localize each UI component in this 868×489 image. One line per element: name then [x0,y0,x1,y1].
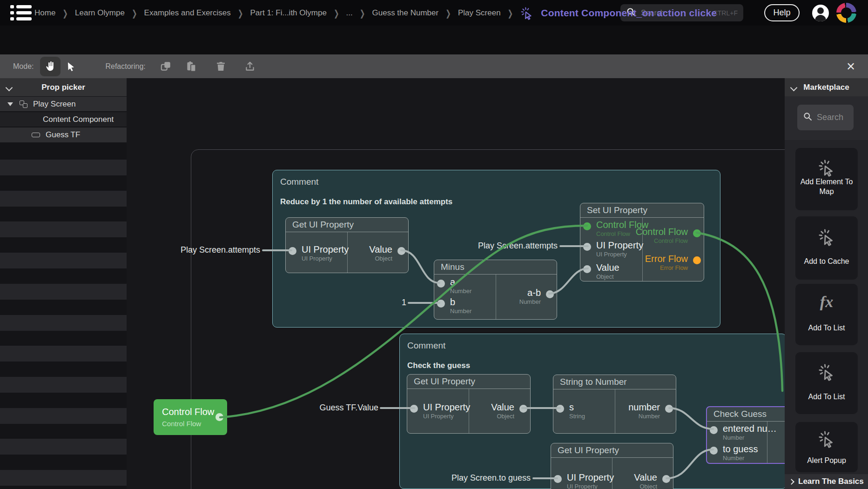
marketplace-item-alert-popup[interactable]: Alert Popup [795,422,858,472]
port-type: String [569,413,585,420]
marketplace-item-label: Add To List [797,392,856,402]
node-set-ui-property[interactable]: Set UI Property Control Flow Control Flo… [580,203,704,281]
fx-icon: fx [795,293,858,311]
output-port-Error-Flow[interactable] [693,256,701,264]
empty-row [0,315,127,331]
port-name: a-b [519,287,541,298]
value-label[interactable]: Guess TF.Value [320,403,378,413]
olympe-logo[interactable] [836,3,856,23]
marketplace-item-add-to-list[interactable]: fx Add To List [795,284,858,345]
node-string-to-number[interactable]: String to Number s String number Number [553,375,676,434]
prop-picker-title: Prop picker [41,83,85,92]
collapse-chevron-icon[interactable] [7,84,12,92]
node-get-ui-property[interactable]: Get UI Property UI Property UI Property … [407,374,531,434]
output-port-Value[interactable] [519,405,527,413]
output-port-number[interactable] [665,405,673,413]
port-name: s [569,402,585,413]
port-type: UI Property [302,255,349,262]
breadcrumb-item[interactable]: ... [346,8,353,18]
empty-row [0,221,127,237]
refactoring-label: Refactoring: [105,62,145,71]
breadcrumb-item[interactable]: Learn Olympe [75,8,125,18]
breadcrumb-separator: ❯ [132,8,137,18]
node-minus[interactable]: Minus a Number b Number a-b Number [434,260,557,320]
value-label[interactable]: Play Screen.attempts [181,245,260,255]
cursor-click-icon [795,228,858,246]
marketplace-item-add-element-to-map[interactable]: Add Element To Map [795,148,858,210]
tree-item-label: Content Component [43,115,114,124]
output-port-Control-Flow[interactable] [693,229,701,237]
mode-label: Mode: [13,62,34,71]
input-port-to-guess[interactable] [710,447,718,455]
user-avatar[interactable] [812,5,829,21]
input-port-a[interactable] [437,280,445,288]
tree-item-guess-tf[interactable]: Guess TF [0,127,127,142]
tree-item-play-screen[interactable]: Play Screen [0,97,127,111]
input-port-b[interactable] [437,300,445,308]
port-name: Value [369,244,392,255]
port-name: entered nu… [723,423,777,434]
delete-button[interactable] [215,60,227,73]
breadcrumb-item[interactable]: Play Screen [458,8,501,18]
port-name: Value [491,402,514,413]
value-label[interactable]: 1 [402,298,406,308]
port-type: Number [723,455,758,462]
input-port-UI-Property[interactable] [289,247,296,255]
node-get-ui-property[interactable]: Get UI Property UI Property UI Property … [551,443,673,489]
close-editor-button[interactable]: × [847,54,855,78]
empty-row [0,377,127,393]
learn-the-basics-bar[interactable]: Learn The Basics [785,474,868,489]
prop-picker-header: Prop picker [0,78,127,96]
help-button[interactable]: Help [764,4,800,21]
marketplace-item-label: Alert Popup [797,456,856,465]
node-get-ui-property[interactable]: Get UI Property UI Property UI Property … [285,217,409,273]
breadcrumb-item[interactable]: Part 1: Fi...ith Olympe [250,8,326,18]
marketplace-search-input[interactable]: Search [797,105,854,130]
pan-mode-button[interactable] [40,57,61,76]
input-port-Control-Flow[interactable] [583,222,591,230]
port-name: UI Property [596,240,643,251]
input-port-UI-Property[interactable] [554,475,562,483]
menu-icon[interactable] [10,5,32,20]
expand-caret-icon[interactable] [7,102,13,106]
port-type: Object [596,273,619,280]
comment-title: Comment [280,177,713,187]
output-port-a-b[interactable] [546,290,554,298]
breadcrumb-item[interactable]: Home [34,8,55,18]
select-mode-button[interactable] [61,57,81,76]
input-port-Value[interactable] [583,265,591,273]
output-port-Value[interactable] [662,475,670,483]
marketplace-title: Marketplace [803,83,849,92]
breadcrumb-separator: ❯ [360,8,365,18]
marketplace-item-add-to-cache[interactable]: Add to Cache [795,216,858,280]
node-control-flow-start[interactable]: Control Flow Control Flow [154,399,227,435]
marketplace-item-add-to-list[interactable]: Add To List [795,352,858,414]
input-port-entered-nu-[interactable] [710,426,718,434]
value-label[interactable]: Play Screen.to guess [451,473,531,483]
input-port-UI-Property[interactable] [583,243,591,251]
value-label[interactable]: Play Screen.attempts [478,241,558,251]
node-title: Control Flow [162,407,214,417]
input-port-s[interactable] [556,405,564,413]
paste-button[interactable] [185,60,198,73]
prop-picker-panel: Prop picker Play ScreenContent Component… [0,78,127,489]
output-port-Value[interactable] [397,247,405,255]
tree-item-content-component[interactable]: Content Component [0,112,127,127]
port-name: UI Property [302,244,349,255]
breadcrumb-item[interactable]: Examples and Exercises [144,8,231,18]
breadcrumb-item[interactable]: Guess the Number [372,8,439,18]
collapse-chevron-icon[interactable] [791,84,796,92]
node-subtitle: Control Flow [162,420,201,428]
editor-toolbar: Mode: Refactoring: × [0,54,868,78]
export-button[interactable] [244,60,256,73]
port-type: UI Property [596,251,643,258]
node-title: Get UI Property [551,443,673,458]
duplicate-button[interactable] [160,60,172,73]
port-type: Number [450,308,471,315]
breadcrumb-active-item[interactable]: Content Component_on action clicke [541,7,717,19]
port-name: Value [634,472,657,483]
tree-item-label: Guess TF [46,130,80,140]
output-port-control-flow[interactable] [215,413,223,421]
input-port-UI-Property[interactable] [410,405,418,413]
app-root: Comment Reduce by 1 the number of availa… [0,0,868,489]
